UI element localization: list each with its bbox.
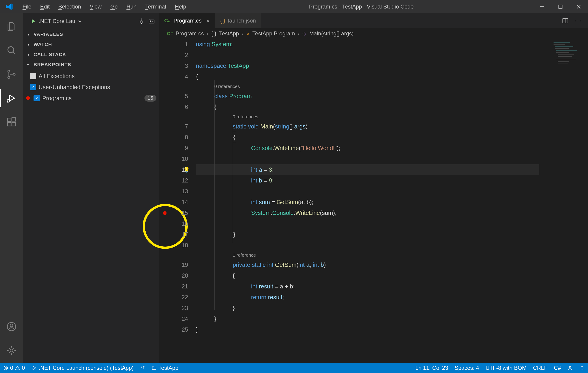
tab-label: launch.json — [228, 18, 256, 24]
breakpoint-all-exceptions[interactable]: All Exceptions — [23, 71, 159, 82]
status-hot-reload-icon[interactable] — [137, 363, 148, 373]
breakpoint-file[interactable]: ✓ Program.cs 15 — [23, 93, 159, 104]
split-editor-icon[interactable] — [562, 17, 569, 24]
close-tab-icon[interactable]: × — [206, 17, 210, 24]
lightbulb-icon[interactable]: 💡 — [183, 164, 190, 175]
menu-view[interactable]: View — [86, 2, 105, 11]
breakpoint-dot-icon — [26, 96, 30, 100]
bp-label: User-Unhandled Exceptions — [39, 84, 110, 91]
breakpoints-pane-header[interactable]: › BREAKPOINTS — [23, 60, 159, 70]
bp-line-badge: 15 — [145, 95, 157, 102]
overview-ruler[interactable] — [587, 39, 588, 363]
checkbox-unchecked-icon[interactable] — [30, 73, 36, 79]
watch-pane-header[interactable]: › WATCH — [23, 39, 159, 49]
variables-pane-header[interactable]: › VARIABLES — [23, 29, 159, 39]
svg-point-6 — [13, 73, 15, 75]
json-file-icon: { } — [220, 18, 225, 24]
status-feedback-icon[interactable] — [564, 363, 576, 373]
status-launch-config[interactable]: .NET Core Launch (console) (TestApp) — [28, 363, 137, 373]
activity-accounts-icon[interactable] — [2, 317, 21, 336]
status-errors[interactable]: 0 0 — [0, 363, 28, 373]
window-close-button[interactable] — [570, 0, 588, 13]
callstack-pane-header[interactable]: › CALL STACK — [23, 49, 159, 60]
menu-run[interactable]: Run — [123, 2, 140, 11]
status-indentation[interactable]: Spaces: 4 — [451, 363, 482, 373]
launch-settings-gear-icon[interactable] — [138, 18, 145, 25]
svg-rect-11 — [12, 118, 15, 121]
svg-rect-8 — [8, 118, 11, 122]
breadcrumb-item[interactable]: TestApp.Program — [252, 30, 295, 37]
debug-console-icon[interactable] — [148, 18, 155, 25]
breadcrumb-item[interactable]: TestApp — [219, 30, 239, 37]
svg-point-14 — [10, 349, 13, 352]
svg-point-5 — [8, 76, 10, 78]
window-minimize-button[interactable] — [533, 0, 551, 13]
chevron-right-icon: › — [26, 52, 31, 57]
more-actions-icon[interactable]: ··· — [575, 17, 582, 24]
svg-rect-0 — [540, 6, 544, 7]
activity-settings-gear-icon[interactable] — [2, 341, 21, 360]
breakpoints-label: BREAKPOINTS — [33, 62, 71, 67]
breadcrumb-item[interactable]: Main(string[] args) — [309, 30, 354, 37]
breadcrumb-item[interactable]: Program.cs — [176, 30, 204, 37]
svg-rect-1 — [559, 5, 562, 8]
checkbox-checked-icon[interactable]: ✓ — [33, 95, 40, 101]
activity-debug-icon[interactable] — [2, 89, 21, 107]
tab-program-cs[interactable]: C# Program.cs × — [159, 13, 215, 28]
breadcrumb[interactable]: C# Program.cs › { } TestApp › ⬨ TestApp.… — [159, 28, 588, 39]
callstack-label: CALL STACK — [33, 52, 66, 57]
status-notifications-icon[interactable] — [576, 363, 588, 373]
class-icon: ⬨ — [246, 30, 250, 37]
code-editor[interactable]: 1 2 3 4 5 6 7 8 9 10 11 12 13 14 15 16 1… — [159, 39, 588, 363]
status-encoding[interactable]: UTF-8 with BOM — [482, 363, 530, 373]
bp-file-label: Program.cs — [42, 95, 72, 102]
minimap[interactable] — [539, 39, 588, 363]
activity-extensions-icon[interactable] — [2, 113, 21, 131]
svg-rect-9 — [8, 122, 11, 126]
status-folder[interactable]: TestApp — [148, 363, 182, 373]
code-body[interactable]: using System; namespace TestApp { 0 refe… — [196, 39, 539, 363]
method-icon: ◇ — [302, 30, 306, 37]
vscode-logo-icon — [3, 3, 15, 11]
status-cursor-position[interactable]: Ln 11, Col 23 — [412, 363, 451, 373]
activity-explorer-icon[interactable] — [2, 17, 21, 36]
gutter[interactable]: 1 2 3 4 5 6 7 8 9 10 11 12 13 14 15 16 1… — [159, 39, 196, 363]
svg-point-21 — [569, 366, 571, 368]
svg-rect-16 — [149, 19, 154, 23]
bp-label: All Exceptions — [39, 73, 75, 80]
chevron-down-icon — [78, 19, 82, 23]
menu-selection[interactable]: Selection — [55, 2, 85, 11]
checkbox-checked-icon[interactable]: ✓ — [30, 84, 36, 90]
debug-sidebar: .NET Core Lau › VARIABLES › WATCH › CALL… — [23, 13, 159, 363]
editor-tabs: C# Program.cs × { } launch.json ··· — [159, 13, 588, 28]
editor-area: C# Program.cs × { } launch.json ··· C# P… — [159, 13, 588, 363]
csharp-file-icon: C# — [167, 31, 173, 36]
tab-launch-json[interactable]: { } launch.json — [215, 13, 261, 28]
menu-edit[interactable]: Edit — [37, 2, 53, 11]
svg-point-13 — [10, 324, 13, 327]
activity-source-control-icon[interactable] — [2, 65, 21, 84]
menu-help[interactable]: Help — [171, 2, 190, 11]
status-eol[interactable]: CRLF — [530, 363, 551, 373]
namespace-icon: { } — [211, 30, 216, 37]
menu-file[interactable]: File — [19, 2, 35, 11]
menu-terminal[interactable]: Terminal — [141, 2, 170, 11]
csharp-file-icon: C# — [164, 18, 171, 24]
chevron-right-icon: › — [26, 32, 31, 37]
menu-go[interactable]: Go — [106, 2, 121, 11]
window-maximize-button[interactable] — [551, 0, 570, 13]
title-bar: File Edit Selection View Go Run Terminal… — [0, 0, 588, 13]
svg-rect-10 — [12, 122, 15, 126]
svg-point-4 — [8, 70, 10, 72]
chevron-right-icon: › — [26, 42, 31, 47]
launch-config-select[interactable]: .NET Core Lau — [30, 18, 82, 24]
svg-point-15 — [141, 20, 142, 22]
activity-search-icon[interactable] — [2, 41, 21, 60]
start-debug-icon[interactable] — [30, 18, 36, 24]
status-language[interactable]: C# — [551, 363, 564, 373]
chevron-down-icon: › — [26, 62, 31, 67]
svg-line-3 — [13, 52, 16, 54]
breakpoint-user-unhandled[interactable]: ✓ User-Unhandled Exceptions — [23, 82, 159, 93]
svg-point-2 — [8, 47, 14, 53]
breakpoint-dot-icon[interactable] — [163, 211, 167, 215]
